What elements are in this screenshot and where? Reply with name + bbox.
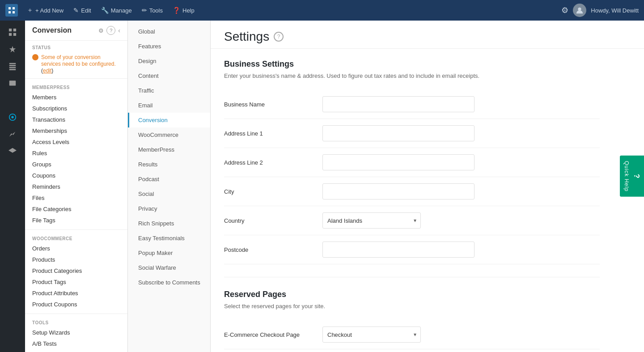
- svg-marker-16: [8, 148, 17, 153]
- left-panel-help-icon[interactable]: ?: [106, 26, 115, 35]
- sidebar-item-rules[interactable]: Rules: [25, 148, 127, 159]
- svg-rect-3: [13, 11, 15, 13]
- sidebar-arrows-icon[interactable]: [4, 92, 21, 108]
- sidebar-item-subscriptions[interactable]: Subscriptions: [25, 103, 127, 114]
- manage-button[interactable]: 🔧 Manage: [97, 4, 136, 17]
- mid-panel-item-traffic[interactable]: Traffic: [128, 83, 210, 98]
- sidebar-chart-icon[interactable]: [4, 126, 21, 142]
- country-control: Aland Islands Albania United States Unit…: [322, 212, 600, 229]
- sidebar-circle-icon[interactable]: [4, 109, 21, 125]
- mid-panel-item-features[interactable]: Features: [128, 39, 210, 54]
- warning-dot: [32, 54, 38, 60]
- sidebar-item-setup-wizards[interactable]: Setup Wizards: [25, 327, 127, 338]
- quick-help-question-icon: ?: [632, 174, 640, 178]
- svg-rect-11: [9, 67, 16, 68]
- section-divider: [224, 277, 600, 277]
- collapse-icon[interactable]: ‹: [118, 27, 120, 34]
- city-input[interactable]: [322, 183, 475, 199]
- mid-panel-item-woocommerce[interactable]: WooCommerce: [128, 127, 210, 142]
- mid-panel-item-memberpress[interactable]: MemberPress: [128, 142, 210, 157]
- icon-sidebar: [0, 21, 25, 352]
- warning-edit-link[interactable]: edit: [43, 68, 51, 74]
- svg-rect-10: [9, 65, 16, 66]
- mid-panel: GlobalFeaturesDesignContentTrafficEmailC…: [128, 21, 211, 352]
- help-button[interactable]: ❓ Help: [168, 4, 199, 17]
- sidebar-pin-icon[interactable]: [4, 41, 21, 57]
- sidebar-item-reminders[interactable]: Reminders: [25, 181, 127, 192]
- page-title: Settings: [224, 30, 269, 44]
- sidebar-item-memberships[interactable]: Memberships: [25, 125, 127, 136]
- top-nav-left: ＋ + Add New ✎ Edit 🔧 Manage ✏ Tools ❓ He…: [5, 4, 559, 17]
- user-greeting: Howdy, Will Dewitt: [591, 7, 639, 14]
- sidebar-item-product-categories[interactable]: Product Categories: [25, 265, 127, 276]
- avatar[interactable]: [573, 4, 586, 17]
- mid-panel-item-rich-snippets[interactable]: Rich Snippets: [128, 216, 210, 231]
- mid-panel-item-social[interactable]: Social: [128, 187, 210, 201]
- address2-control: [322, 154, 600, 170]
- sidebar-item-files[interactable]: Files: [25, 192, 127, 204]
- sidebar-item-groups[interactable]: Groups: [25, 159, 127, 170]
- business-name-input[interactable]: [322, 96, 475, 112]
- left-panel: Conversion ⚙ ? ‹ STATUS Some of your con…: [25, 21, 128, 352]
- tools-button[interactable]: ✏ Tools: [137, 4, 167, 17]
- mid-panel-items: GlobalFeaturesDesignContentTrafficEmailC…: [128, 24, 210, 290]
- settings-gear-icon[interactable]: ⚙: [561, 5, 568, 15]
- address2-input[interactable]: [322, 154, 475, 170]
- sidebar-item-members[interactable]: Members: [25, 92, 127, 103]
- mid-panel-item-content[interactable]: Content: [128, 68, 210, 83]
- pencil-icon: ✎: [73, 7, 79, 14]
- sidebar-table-icon[interactable]: [4, 58, 21, 74]
- mid-panel-item-global[interactable]: Global: [128, 24, 210, 39]
- add-new-button[interactable]: ＋ + Add New: [22, 4, 68, 17]
- mid-panel-item-conversion[interactable]: Conversion: [128, 113, 210, 127]
- sidebar-item-access-levels[interactable]: Access Levels: [25, 136, 127, 148]
- business-name-control: [322, 96, 600, 112]
- address1-control: [322, 125, 600, 141]
- quick-help-label: Quick Help: [623, 161, 630, 191]
- sidebar-email-icon[interactable]: [4, 75, 21, 91]
- sidebar-item-transactions[interactable]: Transactions: [25, 114, 127, 125]
- sidebar-item-product-attributes[interactable]: Product Attributes: [25, 288, 127, 299]
- sidebar-item-coupons[interactable]: Coupons: [25, 170, 127, 181]
- sidebar-dashboard-icon[interactable]: [4, 24, 21, 40]
- sidebar-item-product-tags[interactable]: Product Tags: [25, 276, 127, 288]
- sidebar-item-file-categories[interactable]: File Categories: [25, 204, 127, 215]
- sidebar-cap-icon[interactable]: [4, 143, 21, 159]
- reserved-pages-desc: Select the reserved pages for your site.: [224, 303, 600, 310]
- edit-button[interactable]: ✎ Edit: [69, 4, 95, 17]
- sidebar-item-orders[interactable]: Orders: [25, 243, 127, 254]
- mid-panel-item-popup-maker[interactable]: Popup Maker: [128, 246, 210, 260]
- sidebar-item-product-coupons[interactable]: Product Coupons: [25, 299, 127, 310]
- address1-input[interactable]: [322, 125, 475, 141]
- svg-rect-2: [8, 11, 11, 13]
- sidebar-item-products[interactable]: Products: [25, 254, 127, 265]
- mid-panel-item-subscribe-to-comments[interactable]: Subscribe to Comments: [128, 275, 210, 290]
- checkout-page-select[interactable]: Checkout Cart Shop: [322, 327, 421, 343]
- sidebar-item-file-tags[interactable]: File Tags: [25, 215, 127, 226]
- postcode-input[interactable]: [322, 242, 475, 258]
- mid-panel-item-email[interactable]: Email: [128, 98, 210, 113]
- business-settings-desc: Enter your business's name & address. Us…: [224, 72, 600, 79]
- country-select[interactable]: Aland Islands Albania United States Unit…: [322, 212, 421, 229]
- mid-panel-item-privacy[interactable]: Privacy: [128, 201, 210, 216]
- city-label: City: [224, 188, 322, 195]
- business-settings-section: Business Settings Enter your business's …: [224, 59, 600, 264]
- reserved-pages-section: Reserved Pages Select the reserved pages…: [224, 290, 600, 352]
- svg-rect-5: [9, 29, 12, 31]
- left-panel-gear-icon[interactable]: ⚙: [98, 27, 104, 34]
- woocommerce-label: WOOCOMMERCE: [25, 233, 127, 243]
- postcode-label: Postcode: [224, 246, 322, 253]
- tools-section: TOOLS Setup WizardsA/B Tests: [25, 314, 127, 352]
- page-help-icon[interactable]: ?: [274, 32, 284, 42]
- mid-panel-item-easy-testimonials[interactable]: Easy Testimonials: [128, 231, 210, 246]
- svg-rect-0: [8, 7, 11, 9]
- mid-panel-item-podcast[interactable]: Podcast: [128, 172, 210, 187]
- mid-panel-item-results[interactable]: Results: [128, 157, 210, 172]
- page-header: Settings ?: [211, 21, 644, 49]
- mid-panel-item-design[interactable]: Design: [128, 54, 210, 68]
- sidebar-item-a/b-tests[interactable]: A/B Tests: [25, 338, 127, 349]
- main-content: Settings ? Business Settings Enter your …: [211, 21, 644, 352]
- mid-panel-item-social-warfare[interactable]: Social Warfare: [128, 260, 210, 275]
- app-logo[interactable]: [5, 4, 18, 17]
- quick-help-panel[interactable]: ? Quick Help: [620, 155, 644, 197]
